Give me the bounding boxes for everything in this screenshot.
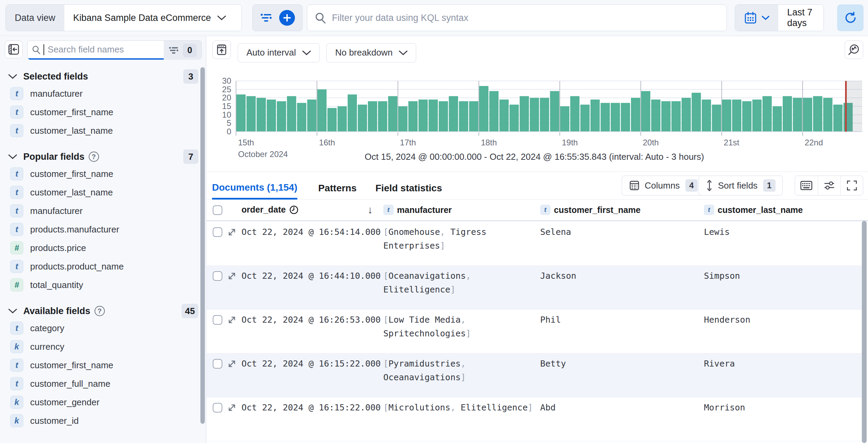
grid-view-options: [795, 176, 863, 195]
refresh-button[interactable]: [837, 4, 864, 31]
refresh-icon: [844, 11, 857, 25]
field-item[interactable]: # products.price: [0, 239, 206, 257]
field-item[interactable]: t customer_full_name: [0, 374, 206, 393]
field-item[interactable]: k customer_id: [0, 411, 206, 430]
date-quick-select[interactable]: [735, 5, 778, 31]
hide-chart-button[interactable]: [212, 40, 231, 59]
column-header-order-date[interactable]: order_date: [241, 205, 299, 215]
collapse-sidebar-button[interactable]: [5, 40, 23, 58]
field-item[interactable]: t customer_first_name: [0, 356, 206, 374]
field-type-token: t: [10, 87, 23, 100]
row-checkbox[interactable]: [213, 315, 222, 325]
field-name: products.price: [30, 243, 86, 253]
section-header[interactable]: Popular fields? 7: [0, 149, 206, 165]
result-tabs: Columns 4 Sort fields 1: [207, 175, 868, 200]
columns-icon: [629, 180, 640, 191]
time-range-button[interactable]: Last 7 days: [778, 5, 823, 31]
text-token: t: [540, 205, 550, 215]
cell-customer-first-name: Phil: [540, 313, 561, 327]
svg-text:10: 10: [222, 110, 231, 119]
field-filter-controls[interactable]: 0: [164, 41, 201, 60]
filter-controls: [252, 4, 302, 31]
field-type-token: #: [10, 241, 23, 254]
cell-manufacturer: [Gnomehouse, Tigress Enterprises]: [383, 225, 540, 253]
field-item[interactable]: t manufacturer: [0, 84, 206, 103]
field-item[interactable]: k currency: [0, 337, 206, 356]
field-item[interactable]: t customer_last_name: [0, 121, 206, 140]
display-options-button[interactable]: [818, 176, 840, 195]
svg-text:21st: 21st: [724, 138, 740, 147]
field-name: customer_first_name: [30, 107, 113, 118]
field-type-token: t: [10, 223, 23, 236]
field-item[interactable]: t products.manufacturer: [0, 220, 206, 239]
field-type-token: t: [10, 260, 23, 273]
keyboard-shortcuts-button[interactable]: [795, 176, 818, 195]
table-row[interactable]: Oct 22, 2024 @ 16:26:53.000 [Low Tide Me…: [207, 310, 863, 354]
column-header-manufacturer[interactable]: t manufacturer: [383, 205, 452, 215]
field-name: manufacturer: [30, 206, 83, 216]
field-search-control: 0: [27, 40, 202, 60]
explore-in-lens-button[interactable]: [845, 40, 863, 59]
field-item[interactable]: t manufacturer: [0, 202, 206, 220]
field-item[interactable]: # total_quantity: [0, 276, 206, 294]
row-checkbox[interactable]: [213, 403, 222, 412]
cell-manufacturer: [Oceanavigations, Elitelligence]: [383, 269, 540, 297]
filter-icon[interactable]: [260, 12, 272, 23]
tab-documents[interactable]: Documents (1,154): [212, 177, 297, 200]
search-icon: [315, 12, 326, 24]
data-view-value[interactable]: Kibana Sample Data eCommerce: [64, 5, 241, 31]
field-search-input[interactable]: [48, 44, 160, 55]
field-search[interactable]: [28, 41, 164, 60]
row-checkbox[interactable]: [213, 271, 222, 281]
cell-customer-last-name: Lewis: [704, 225, 730, 239]
table-row[interactable]: Oct 22, 2024 @ 16:44:10.000 [Oceanavigat…: [207, 266, 863, 310]
field-item[interactable]: t customer_first_name: [0, 103, 206, 121]
sort-desc-arrow-icon[interactable]: ↓: [368, 204, 373, 216]
expand-row-icon[interactable]: [227, 271, 237, 281]
sort-fields-button[interactable]: Sort fields 1: [698, 176, 783, 195]
field-item[interactable]: t customer_last_name: [0, 183, 206, 202]
expand-row-icon[interactable]: [227, 227, 237, 237]
interval-dropdown[interactable]: Auto interval: [238, 43, 320, 62]
tab-field-statistics[interactable]: Field statistics: [375, 177, 442, 200]
columns-button[interactable]: Columns 4: [622, 176, 705, 195]
svg-text:30: 30: [222, 76, 231, 85]
table-row[interactable]: Oct 22, 2024 @ 16:54:14.000 [Gnomehouse,…: [207, 222, 863, 266]
date-picker: Last 7 days: [735, 4, 824, 31]
column-header-customer-last-name[interactable]: t customer_last_name: [704, 205, 803, 215]
field-name: products.manufacturer: [30, 224, 119, 235]
field-name: currency: [30, 342, 64, 352]
sidebar-scrollbar[interactable]: [200, 67, 205, 424]
kql-query-input[interactable]: [332, 13, 719, 23]
expand-row-icon[interactable]: [227, 359, 237, 369]
svg-text:20: 20: [222, 93, 231, 102]
tab-patterns[interactable]: Patterns: [318, 177, 357, 200]
table-scrollbar[interactable]: [862, 221, 867, 443]
field-item[interactable]: t products.product_name: [0, 257, 206, 276]
row-checkbox[interactable]: [213, 227, 222, 237]
field-item[interactable]: t customer_first_name: [0, 165, 206, 183]
field-type-token: t: [10, 186, 23, 199]
table-row[interactable]: Oct 22, 2024 @ 16:15:22.000 [Microlution…: [207, 397, 863, 441]
breakdown-dropdown[interactable]: No breakdown: [326, 43, 416, 62]
kql-query-bar[interactable]: [307, 4, 727, 31]
section-header[interactable]: Available fields? 45: [0, 303, 206, 319]
column-header-customer-first-name[interactable]: t customer_first_name: [540, 205, 641, 215]
section-header[interactable]: Selected fields 3: [0, 69, 206, 84]
select-all-checkbox[interactable]: [213, 205, 222, 215]
field-item[interactable]: t category: [0, 319, 206, 337]
field-name: manufacturer: [30, 88, 83, 99]
field-filter-icon: [169, 46, 179, 55]
field-item[interactable]: k customer_gender: [0, 393, 206, 411]
add-filter-button[interactable]: [279, 10, 295, 26]
row-checkbox[interactable]: [213, 359, 222, 369]
expand-row-icon[interactable]: [227, 403, 237, 412]
expand-row-icon[interactable]: [227, 315, 237, 325]
table-row[interactable]: Oct 22, 2024 @ 16:15:22.000 [Pyramidustr…: [207, 354, 863, 397]
field-name: customer_full_name: [30, 379, 110, 389]
data-view-picker[interactable]: Data view Kibana Sample Data eCommerce: [5, 4, 242, 31]
fullscreen-button[interactable]: [840, 176, 863, 195]
chevron-down-icon: [8, 74, 17, 79]
field-type-token: k: [10, 396, 23, 409]
histogram-chart[interactable]: 05101520253015th16th17th18th19th20th21st…: [207, 73, 862, 163]
